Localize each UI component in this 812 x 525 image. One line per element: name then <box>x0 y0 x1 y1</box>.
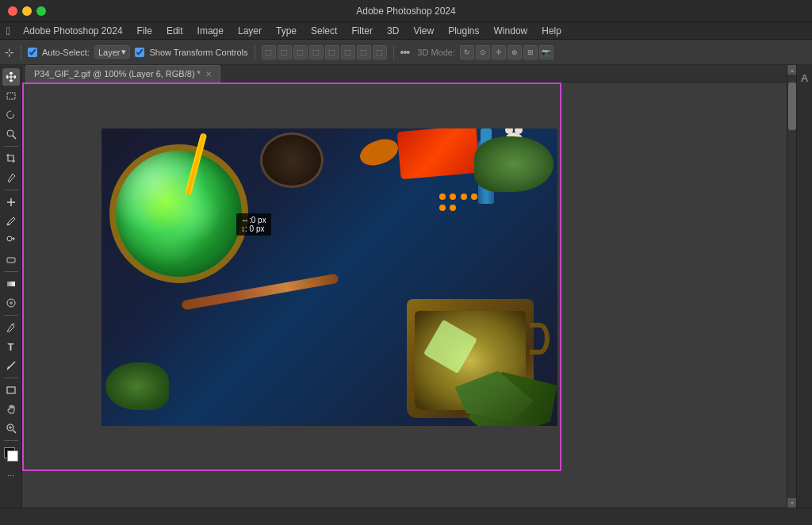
color-selector[interactable] <box>2 446 20 463</box>
main-area: T <box>0 65 812 508</box>
status-bar <box>0 508 812 525</box>
eraser-tool[interactable] <box>2 251 20 268</box>
shape-tool[interactable] <box>2 381 20 399</box>
menu-plugins[interactable]: Plugins <box>442 24 485 38</box>
lasso-tool[interactable] <box>2 106 20 124</box>
distribute-v-icon[interactable]: ⬚ <box>373 45 387 59</box>
quick-select-tool[interactable] <box>2 125 20 143</box>
hand-tool[interactable] <box>2 400 20 418</box>
berry-4 <box>471 194 477 200</box>
move-tooltip: ↔:0 px ↕: 0 px <box>236 213 271 236</box>
distribute-h-icon[interactable]: ⬚ <box>357 45 371 59</box>
zoom-tool[interactable] <box>2 420 20 437</box>
tab-close-button[interactable]: ✕ <box>205 70 212 79</box>
close-button[interactable] <box>8 6 17 16</box>
tool-separator-6 <box>4 440 18 441</box>
scroll-up-button[interactable]: ▴ <box>787 65 797 75</box>
align-right-icon[interactable]: ⬚ <box>293 45 308 59</box>
menu-view[interactable]: View <box>407 24 440 38</box>
berry-5 <box>439 205 446 211</box>
3d-rotate-icon[interactable]: ↻ <box>460 45 474 59</box>
layer-dropdown[interactable]: Layer ▾ <box>94 45 131 59</box>
clone-stamp-tool[interactable] <box>2 232 20 249</box>
drink-bubbles <box>116 151 242 277</box>
menubar:  Adobe Photoshop 2024 File Edit Image L… <box>0 22 812 40</box>
bear-ear-right <box>515 128 523 134</box>
3d-camera-icon[interactable]: 📷 <box>539 45 553 59</box>
menu-image[interactable]: Image <box>191 24 230 38</box>
berry-6 <box>450 205 456 211</box>
pen-tool[interactable] <box>2 319 20 336</box>
path-select-tool[interactable] <box>2 357 20 374</box>
align-middle-icon[interactable]: ⬚ <box>325 45 339 59</box>
transform-label: Show Transform Controls <box>149 48 247 57</box>
separator-2 <box>255 45 255 59</box>
gradient-tool[interactable] <box>2 275 20 293</box>
apple-menu[interactable]:  <box>6 25 10 37</box>
3d-pan-icon[interactable]: ✛ <box>492 45 506 59</box>
right-scrollbar: ▴ ▾ <box>787 65 796 508</box>
character-panel-icon[interactable]: A <box>799 71 811 84</box>
right-panel: A <box>796 65 812 508</box>
eyedropper-tool[interactable] <box>2 169 20 186</box>
menu-3d[interactable]: 3D <box>381 24 405 38</box>
align-top-icon[interactable]: ⬚ <box>309 45 324 59</box>
menu-help[interactable]: Help <box>535 24 568 38</box>
more-tools[interactable]: ··· <box>2 466 20 484</box>
svg-point-4 <box>7 236 12 241</box>
separator-1 <box>21 45 21 59</box>
traffic-lights <box>8 6 46 16</box>
menu-layer[interactable]: Layer <box>232 24 268 38</box>
canvas-area[interactable]: P34_GIF_2.gif @ 100% (Layer 6, RGB/8) * … <box>22 65 787 508</box>
dark-bowl <box>260 132 324 188</box>
document-tab-name: P34_GIF_2.gif @ 100% (Layer 6, RGB/8) * <box>34 69 201 79</box>
canvas-content[interactable]: ↔:0 px ↕: 0 px <box>22 82 787 508</box>
3d-mode-icons: ↻ ⊙ ✛ ⊕ ⊞ 📷 <box>460 45 553 59</box>
bear-ear-left <box>505 128 513 134</box>
brush-tool[interactable] <box>2 213 20 230</box>
scroll-track-vertical[interactable] <box>787 75 796 498</box>
menu-filter[interactable]: Filter <box>345 24 379 38</box>
dodge-tool[interactable] <box>2 294 20 312</box>
tool-separator-4 <box>4 315 18 316</box>
3d-slide-icon[interactable]: ⊕ <box>508 45 522 59</box>
fern <box>454 331 557 426</box>
transform-checkbox[interactable] <box>135 48 144 57</box>
3d-scale-icon[interactable]: ⊞ <box>523 45 538 59</box>
rect-select-tool[interactable] <box>2 87 20 105</box>
healing-tool[interactable] <box>2 194 20 211</box>
crop-tool[interactable] <box>2 150 20 167</box>
tooltip-x: ↔:0 px <box>241 216 266 224</box>
menu-file[interactable]: File <box>131 24 159 38</box>
autumn-leaf <box>356 134 401 170</box>
scroll-thumb-vertical[interactable] <box>788 82 796 130</box>
svg-rect-5 <box>7 258 15 262</box>
menu-type[interactable]: Type <box>270 24 303 38</box>
auto-select-checkbox[interactable] <box>28 48 37 57</box>
menu-window[interactable]: Window <box>488 24 534 38</box>
svg-point-1 <box>7 130 13 136</box>
svg-point-3 <box>8 224 10 225</box>
document-tab[interactable]: P34_GIF_2.gif @ 100% (Layer 6, RGB/8) * … <box>25 65 220 82</box>
more-options-icon[interactable]: ••• <box>400 46 410 59</box>
photo-canvas <box>102 128 557 426</box>
scroll-down-button[interactable]: ▾ <box>787 498 797 508</box>
tooltip-y: ↕: 0 px <box>241 224 266 233</box>
align-left-icon[interactable]: ⬚ <box>262 45 276 59</box>
menu-select[interactable]: Select <box>304 24 343 38</box>
move-tool[interactable] <box>2 68 20 86</box>
text-tool[interactable]: T <box>2 338 20 355</box>
3d-orbit-icon[interactable]: ⊙ <box>476 45 490 59</box>
align-center-icon[interactable]: ⬚ <box>278 45 292 59</box>
menu-edit[interactable]: Edit <box>160 24 190 38</box>
orange-berries <box>439 192 478 214</box>
titlebar: Adobe Photoshop 2024 <box>0 0 812 22</box>
auto-select-label: Auto-Select: <box>42 48 90 57</box>
svg-rect-0 <box>7 93 15 99</box>
toolbar: T <box>0 65 22 508</box>
minimize-button[interactable] <box>22 6 32 16</box>
menu-photoshop[interactable]: Adobe Photoshop 2024 <box>17 24 128 38</box>
green-drink <box>109 144 248 283</box>
maximize-button[interactable] <box>36 6 46 16</box>
align-bottom-icon[interactable]: ⬚ <box>341 45 355 59</box>
